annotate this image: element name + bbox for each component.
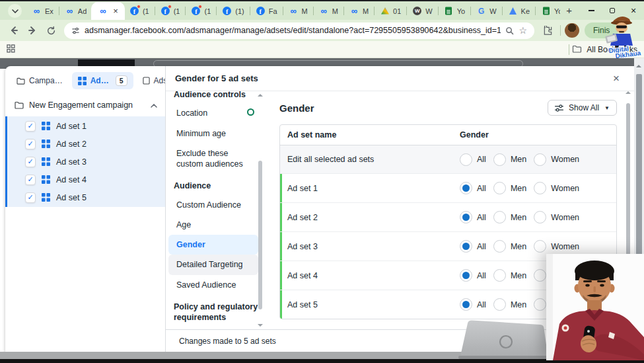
gender-radio-men[interactable]: Men [493,153,526,166]
nav-item-label: Location [176,108,207,118]
browser-tab[interactable]: ∞Ex [27,3,58,19]
browser-tab[interactable]: 01 [375,3,406,19]
minimize-icon [589,10,594,11]
adset-row[interactable]: ✓Ad set 3 [7,153,165,171]
adset-checkbox[interactable]: ✓ [25,175,36,185]
browser-tab[interactable]: ∞× [91,2,125,20]
gender-radio-women[interactable]: Women [534,153,579,166]
browser-tab[interactable]: fFa [251,3,282,19]
browser-tab[interactable]: f(1 [156,3,185,19]
apps-grid-icon[interactable] [7,44,15,56]
nav-scrollbar[interactable] [258,98,263,323]
radio-label: All [477,300,486,309]
browser-tab[interactable]: WW [408,3,437,19]
gender-radio-women[interactable]: Women [534,211,579,223]
browser-tab[interactable]: f(1 [125,3,154,19]
avatar[interactable] [565,23,579,38]
adset-row[interactable]: ✓Ad set 5 [7,188,165,206]
extensions-button[interactable] [539,22,556,39]
adset-row[interactable]: ✓Ad set 1 [7,117,165,135]
gender-radio-men[interactable]: Men [493,269,526,282]
nav-item-detailed-targeting[interactable]: Detailed Targeting [168,255,258,274]
campaign-tree-item[interactable]: New Engagement campaign [5,94,165,116]
scroll-up-arrow[interactable] [626,89,631,94]
scroll-up-arrow[interactable] [258,91,263,97]
adset-row[interactable]: ✓Ad set 4 [7,171,165,188]
reload-button[interactable] [42,22,59,39]
browser-tab[interactable]: Ke [503,3,534,19]
back-button[interactable] [5,22,22,39]
browser-toolbar: adsmanager.facebook.com/adsmanager/manag… [0,20,644,41]
browser-tab[interactable]: Yo [536,3,560,19]
tab-close-icon[interactable]: × [113,7,118,15]
mascot-illustration: Digital Dikhaua [600,15,643,58]
bookmark-star-icon[interactable]: ☆ [519,26,527,35]
meta-icon: ∞ [289,6,299,16]
tab-ad-sets[interactable]: Ad… 5 [72,72,133,89]
col-gender: Gender [460,130,489,140]
google-icon: G [476,6,486,16]
zoom-icon[interactable] [505,26,514,35]
gender-radio-women[interactable]: Women [534,182,579,194]
adset-row[interactable]: ✓Ad set 2 [7,135,165,153]
browser-scrollbar-thumb[interactable] [636,74,642,272]
browser-tab[interactable]: f(1 [186,3,215,19]
adset-checkbox[interactable]: ✓ [25,121,36,132]
nav-item-custom-audience[interactable]: Custom Audience [168,195,258,215]
minimize-button[interactable] [581,1,602,20]
grid-icon [78,77,87,85]
browser-tab[interactable]: ∞M [314,3,343,19]
radio-circle [460,211,472,223]
gender-radio-all[interactable]: All [460,211,486,223]
radio-circle [493,240,506,253]
gender-radio-all[interactable]: All [460,240,486,253]
gender-radio-all[interactable]: All [460,182,486,194]
gender-radio-all[interactable]: All [460,153,486,166]
gender-radio-men[interactable]: Men [493,211,526,223]
tab-search-button[interactable] [8,4,22,18]
row-adset-name: Ad set 1 [280,184,460,193]
tab-ads[interactable]: Ads [137,73,165,89]
browser-tab[interactable]: ∞Ad [60,3,91,19]
adset-gender-row: Ad set 2AllMenWomen [280,202,616,231]
gender-radio-men[interactable]: Men [493,182,526,194]
adset-checkbox[interactable]: ✓ [25,157,36,167]
adset-checkbox[interactable]: ✓ [25,192,36,203]
tab-separator [283,7,283,15]
forward-button[interactable] [24,22,41,39]
close-icon: × [631,6,636,15]
filter-sliders-icon [555,104,563,112]
address-bar[interactable]: adsmanager.facebook.com/adsmanager/manag… [64,22,534,39]
new-tab-button[interactable]: + [560,5,578,16]
gender-radio-men[interactable]: Men [493,240,526,253]
browser-tab[interactable]: ∞M [345,3,373,19]
nav-scrollbar-thumb[interactable] [258,161,262,309]
gender-radio-men[interactable]: Men [493,298,526,311]
browser-tab[interactable]: ∞M [284,3,312,19]
scroll-down-arrow[interactable] [258,324,263,329]
gender-radio-all[interactable]: All [460,269,486,282]
collapse-chevron-icon[interactable] [151,101,157,110]
browser-tab[interactable]: GW [472,3,501,19]
radio-circle [460,182,472,194]
gender-radio-all[interactable]: All [460,298,486,311]
browser-tab[interactable]: f(1) [217,3,248,19]
gender-radio-women[interactable]: Women [534,240,579,253]
tab-list: ∞Ex∞Ad∞×f(1f(1f(1f(1)fFa∞M∞M∞M01WWYoGWKe… [27,1,560,20]
nav-item-gender[interactable]: Gender [168,235,258,255]
nav-item-exclude-these-custom-audiences[interactable]: Exclude these custom audiences [168,143,258,175]
gender-radio-group: AllMenWomen [460,211,579,223]
adset-checkbox[interactable]: ✓ [25,139,36,149]
row-adset-name: Ad set 5 [280,300,460,309]
tab-label: Yo [457,7,465,15]
nav-item-location[interactable]: Location [168,103,258,123]
show-all-button[interactable]: Show All ▼ [548,100,617,116]
nav-item-minimum-age[interactable]: Minimum age [168,124,258,143]
browser-tab[interactable]: Yo [439,3,470,19]
nav-item-age[interactable]: Age [168,215,258,235]
tab-campaigns[interactable]: Campa… [11,73,69,89]
url-text[interactable]: adsmanager.facebook.com/adsmanager/manag… [85,26,501,35]
close-panel-button[interactable]: × [608,73,625,84]
scroll-up-arrow[interactable] [636,62,641,67]
nav-item-saved-audience[interactable]: Saved Audience [168,275,258,295]
